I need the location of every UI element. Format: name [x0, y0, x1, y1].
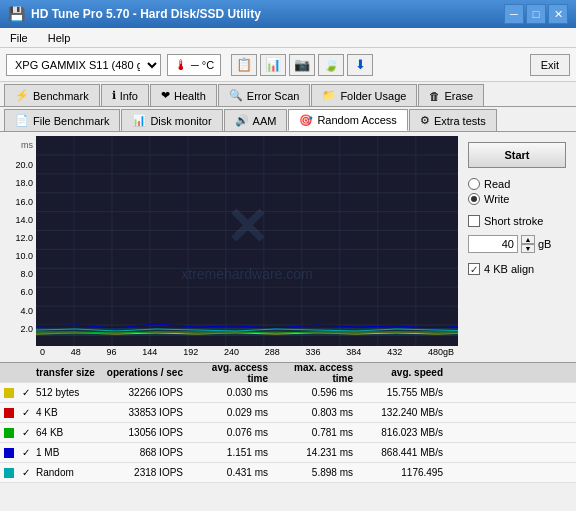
- disk-monitor-icon: 📊: [132, 114, 146, 127]
- row3-avg: 1.151 ms: [189, 447, 274, 458]
- row3-check[interactable]: ✓: [18, 447, 34, 458]
- minimize-button[interactable]: ─: [504, 4, 524, 24]
- write-label: Write: [484, 193, 509, 205]
- tab-erase[interactable]: 🗑 Erase: [418, 84, 484, 106]
- folder-icon: 📁: [322, 89, 336, 102]
- x-label-96: 96: [107, 347, 117, 357]
- header-max: max. access time: [274, 362, 359, 384]
- row4-speed: 1176.495: [359, 467, 449, 478]
- x-axis: 0 48 96 144 192 240 288 336 384 432 480g…: [4, 346, 458, 358]
- y-label-18: 18.0: [4, 178, 33, 188]
- tab-health-label: Health: [174, 90, 206, 102]
- close-button[interactable]: ✕: [548, 4, 568, 24]
- row3-speed: 868.441 MB/s: [359, 447, 449, 458]
- row4-avg: 0.431 ms: [189, 467, 274, 478]
- spinbox-unit: gB: [538, 238, 551, 250]
- y-label-2: 2.0: [4, 324, 33, 334]
- tab-aam[interactable]: 🔊 AAM: [224, 109, 288, 131]
- tab-benchmark[interactable]: ⚡ Benchmark: [4, 84, 100, 106]
- drive-selector[interactable]: XPG GAMMIX S11 (480 gB): [6, 54, 161, 76]
- tab-disk-monitor[interactable]: 📊 Disk monitor: [121, 109, 222, 131]
- menu-help[interactable]: Help: [44, 31, 75, 45]
- spin-down-arrow[interactable]: ▼: [521, 244, 535, 253]
- tab-folder-usage[interactable]: 📁 Folder Usage: [311, 84, 417, 106]
- row2-max: 0.781 ms: [274, 427, 359, 438]
- tabs-row2: 📄 File Benchmark 📊 Disk monitor 🔊 AAM 🎯 …: [0, 107, 576, 131]
- x-label-0: 0: [40, 347, 45, 357]
- x-label-144: 144: [142, 347, 157, 357]
- write-radio[interactable]: [468, 193, 480, 205]
- short-stroke-checkbox[interactable]: [468, 215, 480, 227]
- short-stroke-item[interactable]: Short stroke: [468, 215, 566, 227]
- row2-color: [4, 428, 14, 438]
- tabs-row2-container: 📄 File Benchmark 📊 Disk monitor 🔊 AAM 🎯 …: [0, 107, 576, 132]
- start-button[interactable]: Start: [468, 142, 566, 168]
- row1-ops: 33853 IOPS: [99, 407, 189, 418]
- header-speed: avg. speed: [359, 367, 449, 378]
- tab-disk-monitor-label: Disk monitor: [150, 115, 211, 127]
- row1-check[interactable]: ✓: [18, 407, 34, 418]
- row0-check[interactable]: ✓: [18, 387, 34, 398]
- y-label-16: 16.0: [4, 197, 33, 207]
- tab-error-scan[interactable]: 🔍 Error Scan: [218, 84, 311, 106]
- tab-info[interactable]: ℹ Info: [101, 84, 149, 106]
- y-label-12: 12.0: [4, 233, 33, 243]
- x-label-480: 480gB: [428, 347, 454, 357]
- tab-health[interactable]: ❤ Health: [150, 84, 217, 106]
- tab-info-label: Info: [120, 90, 138, 102]
- toolbar-icon-3[interactable]: 📷: [289, 54, 315, 76]
- row4-check[interactable]: ✓: [18, 467, 34, 478]
- row4-name: Random: [34, 467, 99, 478]
- align-item[interactable]: ✓ 4 KB align: [468, 263, 566, 275]
- row2-speed: 816.023 MB/s: [359, 427, 449, 438]
- svg-text:✕: ✕: [225, 198, 269, 256]
- row0-avg: 0.030 ms: [189, 387, 274, 398]
- spinbox-input[interactable]: [468, 235, 518, 253]
- tab-file-benchmark[interactable]: 📄 File Benchmark: [4, 109, 120, 131]
- row2-ops: 13056 IOPS: [99, 427, 189, 438]
- row0-max: 0.596 ms: [274, 387, 359, 398]
- toolbar-icon-5[interactable]: ⬇: [347, 54, 373, 76]
- error-scan-icon: 🔍: [229, 89, 243, 102]
- file-benchmark-icon: 📄: [15, 114, 29, 127]
- read-radio-item[interactable]: Read: [468, 178, 566, 190]
- read-radio[interactable]: [468, 178, 480, 190]
- tab-error-scan-label: Error Scan: [247, 90, 300, 102]
- table-row: ✓ 64 KB 13056 IOPS 0.076 ms 0.781 ms 816…: [0, 423, 576, 443]
- window-title: HD Tune Pro 5.70 - Hard Disk/SSD Utility: [31, 7, 261, 21]
- table-header: transfer size operations / sec avg. acce…: [0, 363, 576, 383]
- row3-name: 1 MB: [34, 447, 99, 458]
- title-bar: 💾 HD Tune Pro 5.70 - Hard Disk/SSD Utili…: [0, 0, 576, 28]
- tabs-row1-container: ⚡ Benchmark ℹ Info ❤ Health 🔍 Error Scan…: [0, 82, 576, 107]
- header-ops: operations / sec: [99, 367, 189, 378]
- spin-up-arrow[interactable]: ▲: [521, 235, 535, 244]
- y-label-14: 14.0: [4, 215, 33, 225]
- menu-file[interactable]: File: [6, 31, 32, 45]
- x-label-192: 192: [183, 347, 198, 357]
- align-checkbox[interactable]: ✓: [468, 263, 480, 275]
- x-label-432: 432: [387, 347, 402, 357]
- maximize-button[interactable]: □: [526, 4, 546, 24]
- tab-random-access[interactable]: 🎯 Random Access: [288, 109, 407, 131]
- toolbar-icon-1[interactable]: 📋: [231, 54, 257, 76]
- row1-avg: 0.029 ms: [189, 407, 274, 418]
- exit-button[interactable]: Exit: [530, 54, 570, 76]
- tab-aam-label: AAM: [253, 115, 277, 127]
- align-label: 4 KB align: [484, 263, 534, 275]
- svg-text:xtremehardware.com: xtremehardware.com: [181, 266, 313, 282]
- toolbar: XPG GAMMIX S11 (480 gB) 🌡 ─ °C 📋 📊 📷 🍃 ⬇…: [0, 48, 576, 82]
- row3-color: [4, 448, 14, 458]
- y-label-8: 8.0: [4, 269, 33, 279]
- toolbar-icon-4[interactable]: 🍃: [318, 54, 344, 76]
- short-stroke-label: Short stroke: [484, 215, 543, 227]
- row1-max: 0.803 ms: [274, 407, 359, 418]
- read-label: Read: [484, 178, 510, 190]
- row2-check[interactable]: ✓: [18, 427, 34, 438]
- tab-extra-tests[interactable]: ⚙ Extra tests: [409, 109, 497, 131]
- toolbar-icon-2[interactable]: 📊: [260, 54, 286, 76]
- erase-icon: 🗑: [429, 90, 440, 102]
- write-radio-item[interactable]: Write: [468, 193, 566, 205]
- header-size: transfer size: [34, 367, 99, 378]
- row3-max: 14.231 ms: [274, 447, 359, 458]
- tab-extra-tests-label: Extra tests: [434, 115, 486, 127]
